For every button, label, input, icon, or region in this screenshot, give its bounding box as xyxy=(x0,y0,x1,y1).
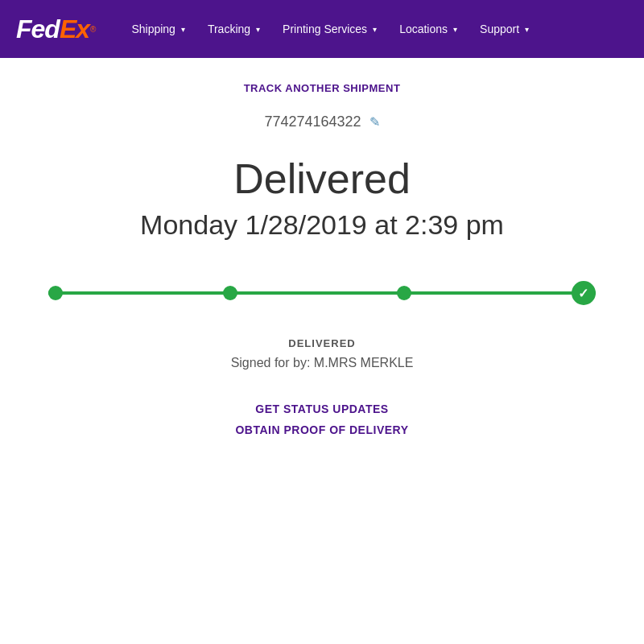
nav-menu: Shipping ▾ Tracking ▾ Printing Services … xyxy=(120,0,540,58)
status-details: DELIVERED Signed for by: M.MRS MERKLE xyxy=(231,337,414,370)
chevron-down-icon: ▾ xyxy=(181,25,185,34)
tracking-number: 774274164322 xyxy=(264,114,361,130)
progress-dot-final: ✓ xyxy=(572,281,596,305)
nav-link-support[interactable]: Support ▾ xyxy=(469,0,540,58)
status-datetime: Monday 1/28/2019 at 2:39 pm xyxy=(140,209,504,241)
status-badge: DELIVERED xyxy=(288,337,355,349)
nav-item-shipping[interactable]: Shipping ▾ xyxy=(120,0,196,58)
progress-bar: ✓ xyxy=(48,281,596,305)
edit-icon[interactable]: ✎ xyxy=(369,114,380,130)
chevron-down-icon: ▾ xyxy=(373,25,377,34)
logo-dot: ® xyxy=(90,25,96,34)
action-links: GET STATUS UPDATES OBTAIN PROOF OF DELIV… xyxy=(235,402,408,436)
chevron-down-icon: ▾ xyxy=(525,25,529,34)
nav-item-tracking[interactable]: Tracking ▾ xyxy=(196,0,271,58)
progress-line xyxy=(48,291,596,295)
obtain-proof-of-delivery-link[interactable]: OBTAIN PROOF OF DELIVERY xyxy=(235,423,408,436)
main-content: TRACK ANOTHER SHIPMENT 774274164322 ✎ De… xyxy=(0,58,644,469)
track-another-shipment-link[interactable]: TRACK ANOTHER SHIPMENT xyxy=(244,82,401,94)
logo[interactable]: FedEx® xyxy=(16,14,96,44)
tracking-number-row: 774274164322 ✎ xyxy=(264,114,379,130)
chevron-down-icon: ▾ xyxy=(453,25,457,34)
progress-dot-3 xyxy=(397,286,411,300)
nav-item-printing[interactable]: Printing Services ▾ xyxy=(271,0,388,58)
logo-ex: Ex xyxy=(60,14,89,44)
progress-dot-1 xyxy=(48,286,63,300)
get-status-updates-link[interactable]: GET STATUS UPDATES xyxy=(255,402,388,415)
nav-link-shipping[interactable]: Shipping ▾ xyxy=(120,0,196,58)
nav-link-locations[interactable]: Locations ▾ xyxy=(388,0,469,58)
status-title: Delivered xyxy=(233,155,411,203)
progress-dot-2 xyxy=(223,286,237,300)
logo-fed: Fed xyxy=(16,14,60,44)
nav-link-printing[interactable]: Printing Services ▾ xyxy=(271,0,388,58)
navbar: FedEx® Shipping ▾ Tracking ▾ Printing Se… xyxy=(0,0,644,58)
chevron-down-icon: ▾ xyxy=(256,25,260,34)
nav-link-tracking[interactable]: Tracking ▾ xyxy=(196,0,271,58)
signed-for-text: Signed for by: M.MRS MERKLE xyxy=(231,356,414,370)
nav-item-support[interactable]: Support ▾ xyxy=(469,0,540,58)
nav-item-locations[interactable]: Locations ▾ xyxy=(388,0,469,58)
